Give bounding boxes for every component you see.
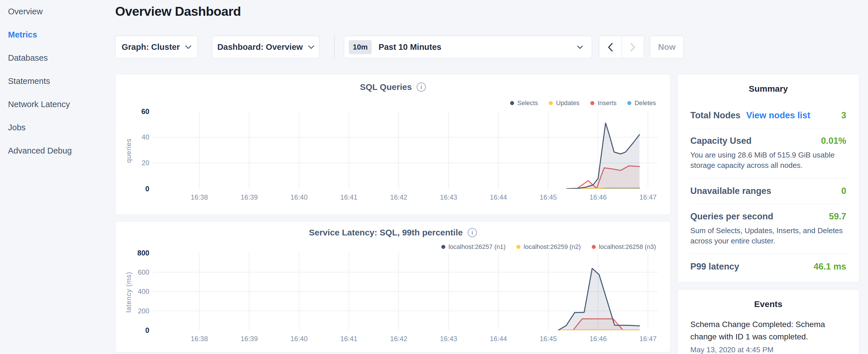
legend-item: localhost:26258 (n3) xyxy=(592,243,656,251)
legend-item: Deletes xyxy=(627,99,656,107)
x-axis-tick: 16:44 xyxy=(483,193,514,201)
legend-item: localhost:26259 (n2) xyxy=(517,243,581,251)
legend-item: Updates xyxy=(549,99,580,107)
next-range-button[interactable] xyxy=(622,36,644,58)
x-axis-tick: 16:39 xyxy=(233,335,265,343)
x-axis-tick: 16:42 xyxy=(383,193,414,201)
y-axis-tick: 60 xyxy=(116,107,149,116)
x-axis-tick: 16:45 xyxy=(532,193,564,201)
x-axis-tick: 16:46 xyxy=(582,335,614,343)
graph-dropdown[interactable]: Graph: Cluster xyxy=(115,36,198,58)
legend-item: localhost:26257 (n1) xyxy=(441,243,505,251)
legend-dot-icon xyxy=(441,245,445,249)
x-axis-tick: 16:40 xyxy=(283,193,315,201)
legend-label: localhost:26259 (n2) xyxy=(524,243,581,251)
y-axis-tick: 800 xyxy=(116,249,149,257)
legend-dot-icon xyxy=(590,101,594,105)
summary-item-value: 46.1 ms xyxy=(813,261,846,272)
legend-dot-icon xyxy=(510,101,514,105)
legend-item: Inserts xyxy=(590,99,616,107)
sidebar-item-network-latency[interactable]: Network Latency xyxy=(0,93,115,116)
x-axis-tick: 16:43 xyxy=(433,335,464,343)
legend-dot-icon xyxy=(517,245,520,249)
prev-range-button[interactable] xyxy=(599,36,622,58)
legend-label: localhost:26257 (n1) xyxy=(448,243,505,251)
summary-item-label: Unavailable ranges xyxy=(690,186,771,196)
chart-title: Service Latency: SQL, 99th percentile xyxy=(309,228,463,237)
events-panel: Events Schema Change Completed: Schema c… xyxy=(677,289,859,354)
dashboard-dropdown-label: Dashboard: Overview xyxy=(217,42,303,52)
legend-dot-icon xyxy=(627,101,631,105)
legend-label: Deletes xyxy=(634,99,656,107)
view-nodes-link[interactable]: View nodes list xyxy=(746,110,810,121)
chart-title: SQL Queries xyxy=(360,82,412,92)
summary-item-value: 0.01% xyxy=(821,136,846,146)
legend-dot-icon xyxy=(549,101,553,105)
now-button[interactable]: Now xyxy=(650,36,684,58)
summary-item-label: Capacity Used xyxy=(690,136,752,146)
y-axis-tick: 600 xyxy=(116,268,149,277)
y-axis-tick: 0 xyxy=(116,326,149,334)
sidebar-item-databases[interactable]: Databases xyxy=(0,46,115,70)
summary-item-label: Total Nodes xyxy=(690,110,741,121)
summary-item: Capacity Used0.01%You are using 28.6 MiB… xyxy=(690,128,846,179)
info-icon[interactable]: i xyxy=(468,228,477,237)
y-axis-label: queries xyxy=(125,114,133,188)
summary-item-label: P99 latency xyxy=(690,261,739,272)
x-axis-tick: 16:47 xyxy=(632,335,664,343)
legend-item: Selects xyxy=(510,99,538,107)
toolbar-divider xyxy=(334,35,335,59)
summary-panel: Summary Total NodesView nodes list3Capac… xyxy=(677,74,859,282)
x-axis-tick: 16:39 xyxy=(233,193,265,201)
x-axis-tick: 16:45 xyxy=(532,335,564,343)
time-range-dropdown[interactable]: 10m Past 10 Minutes xyxy=(344,36,592,58)
time-range-label: Past 10 Minutes xyxy=(378,42,441,52)
sidebar-item-statements[interactable]: Statements xyxy=(0,70,115,93)
summary-item: Queries per second59.7Sum of Selects, Up… xyxy=(690,204,846,254)
sidebar-item-metrics[interactable]: Metrics xyxy=(0,23,115,46)
summary-item-description: You are using 28.6 MiB of 515.9 GiB usab… xyxy=(690,150,846,171)
x-axis-tick: 16:38 xyxy=(184,193,215,201)
summary-item-label: Queries per second xyxy=(690,212,773,222)
summary-item-value: 0 xyxy=(841,186,846,196)
x-axis-tick: 16:44 xyxy=(483,335,514,343)
time-range-arrows xyxy=(599,36,644,58)
dashboard-dropdown[interactable]: Dashboard: Overview xyxy=(212,36,319,58)
sql-queries-plot[interactable] xyxy=(152,111,658,189)
x-axis-tick: 16:42 xyxy=(383,335,414,343)
service-latency-plot[interactable] xyxy=(152,253,658,330)
y-axis-tick: 0 xyxy=(116,185,149,193)
y-axis-tick: 40 xyxy=(116,133,149,141)
summary-item-value: 59.7 xyxy=(829,212,846,222)
chart-header: Service Latency: SQL, 99th percentile i xyxy=(116,228,670,237)
graph-dropdown-label: Graph: Cluster xyxy=(122,42,180,52)
chevron-down-icon xyxy=(308,45,314,49)
service-latency-card: Service Latency: SQL, 99th percentile i … xyxy=(115,221,671,352)
legend-label: Selects xyxy=(517,99,538,107)
summary-item: Total NodesView nodes list3 xyxy=(690,103,846,128)
legend-label: Inserts xyxy=(597,99,616,107)
summary-item-description: Sum of Selects, Updates, Inserts, and De… xyxy=(690,226,846,246)
sql-queries-card: SQL Queries i SelectsUpdatesInsertsDelet… xyxy=(115,74,671,215)
info-icon[interactable]: i xyxy=(417,83,426,92)
summary-items: Total NodesView nodes list3Capacity Used… xyxy=(690,103,846,279)
x-axis-tick: 16:47 xyxy=(632,193,664,201)
sidebar-item-overview[interactable]: Overview xyxy=(0,0,115,23)
chart-header: SQL Queries i xyxy=(116,82,670,92)
x-axis-tick: 16:41 xyxy=(333,193,365,201)
event-timestamp: May 13, 2020 at 4:45 PM xyxy=(690,345,846,354)
chevron-right-icon xyxy=(630,43,635,52)
sidebar-item-advanced-debug[interactable]: Advanced Debug xyxy=(0,139,115,162)
chevron-left-icon xyxy=(608,43,613,52)
x-axis-tick: 16:46 xyxy=(582,193,614,201)
y-axis-tick: 20 xyxy=(116,159,149,167)
event-text: Schema Change Completed: Schema change w… xyxy=(690,318,846,343)
summary-item: Unavailable ranges0 xyxy=(690,179,846,204)
summary-item: P99 latency46.1 ms xyxy=(690,254,846,279)
legend-label: localhost:26258 (n3) xyxy=(599,243,656,251)
chart-legend: localhost:26257 (n1)localhost:26259 (n2)… xyxy=(441,243,656,251)
time-range-badge: 10m xyxy=(349,40,372,54)
chart-legend: SelectsUpdatesInsertsDeletes xyxy=(510,99,656,107)
page-title: Overview Dashboard xyxy=(115,4,241,19)
sidebar-item-jobs[interactable]: Jobs xyxy=(0,116,115,139)
